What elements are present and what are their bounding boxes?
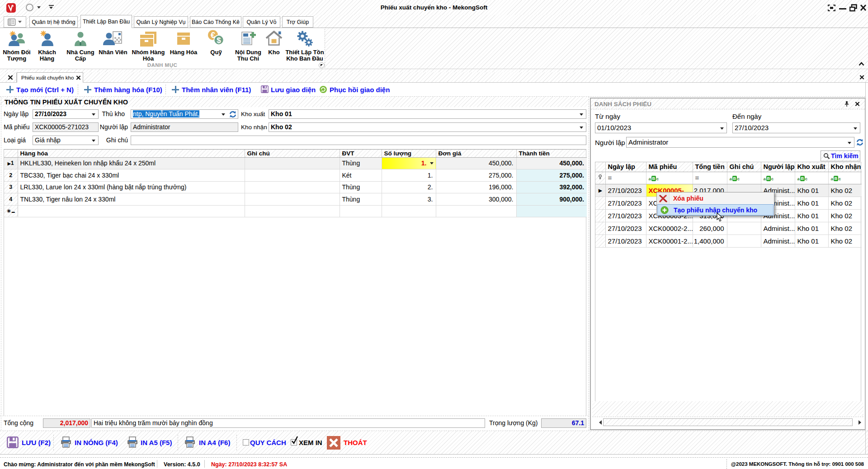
svg-text:$: $ [217, 36, 221, 45]
